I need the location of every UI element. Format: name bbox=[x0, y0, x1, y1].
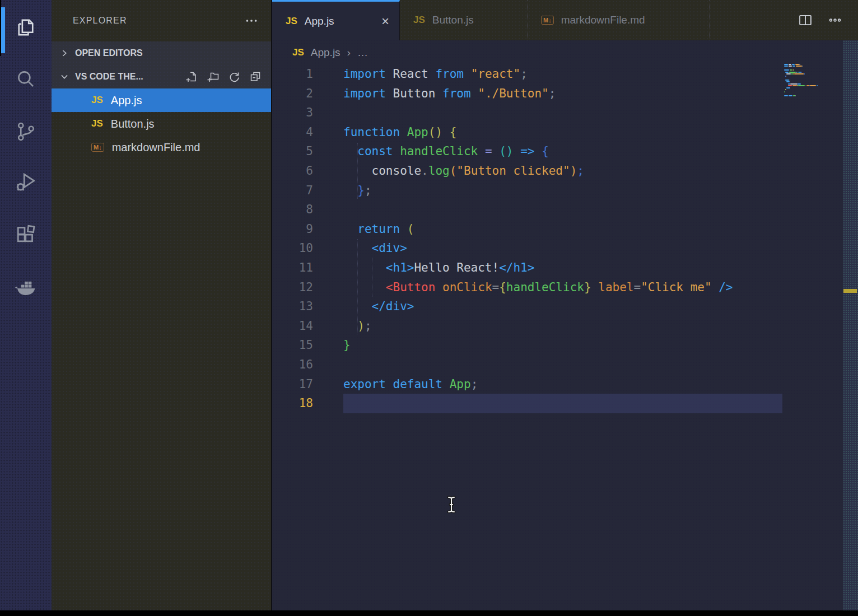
markdown-file-icon: M↓ bbox=[91, 143, 104, 152]
line-number: 8 bbox=[272, 200, 323, 220]
line-number: 5 bbox=[272, 142, 323, 161]
new-folder-icon[interactable] bbox=[206, 70, 220, 83]
breadcrumb-separator: › bbox=[347, 46, 351, 59]
files-icon bbox=[14, 16, 38, 41]
active-indicator bbox=[1, 7, 5, 53]
line-number: 3 bbox=[272, 103, 323, 123]
line-number: 12 bbox=[272, 278, 323, 297]
new-file-icon[interactable] bbox=[185, 70, 198, 83]
code-text bbox=[323, 203, 343, 216]
code-text: function App() { bbox=[323, 125, 456, 139]
search-icon bbox=[14, 67, 38, 93]
file-row-buttonjs[interactable]: JS Button.js bbox=[52, 112, 271, 136]
code-line[interactable]: 10 <div> bbox=[272, 239, 858, 258]
code-line[interactable]: 8 bbox=[272, 200, 858, 220]
code-line[interactable]: 3 bbox=[272, 103, 858, 123]
chevron-right-icon bbox=[58, 47, 71, 59]
file-name: markdownFile.md bbox=[112, 141, 200, 154]
js-file-icon: JS bbox=[286, 16, 297, 27]
file-name: Button.js bbox=[111, 118, 155, 130]
code-line[interactable]: 11 <h1>Hello React!</h1> bbox=[272, 258, 858, 278]
line-number: 14 bbox=[272, 316, 323, 336]
activity-item-extensions[interactable] bbox=[0, 211, 52, 262]
activity-item-explorer[interactable] bbox=[0, 3, 52, 54]
workspace-section[interactable]: VS CODE THE... bbox=[52, 65, 271, 88]
sidebar-more-actions-icon[interactable] bbox=[244, 13, 259, 28]
code-line[interactable]: 13 </div> bbox=[272, 297, 858, 316]
debug-icon bbox=[13, 170, 38, 197]
code-text bbox=[323, 106, 343, 119]
close-tab-icon[interactable]: × bbox=[359, 15, 389, 28]
code-text: import Button from "./Button"; bbox=[323, 87, 556, 100]
minimap[interactable] bbox=[784, 62, 833, 99]
code-text bbox=[323, 358, 343, 371]
editor-actions bbox=[798, 0, 858, 40]
breadcrumb-ellipsis[interactable]: … bbox=[357, 46, 368, 59]
refresh-icon[interactable] bbox=[227, 70, 241, 83]
line-number: 13 bbox=[272, 297, 323, 316]
split-editor-icon[interactable] bbox=[798, 12, 813, 28]
code-line[interactable]: 1import React from "react"; bbox=[272, 64, 858, 84]
window-bottom-edge bbox=[0, 610, 858, 616]
tab-label: Button.js bbox=[432, 14, 474, 26]
code-line[interactable]: 12 <Button onClick={handleClick} label="… bbox=[272, 278, 858, 297]
line-number: 10 bbox=[272, 239, 323, 258]
code-line[interactable]: 15} bbox=[272, 335, 858, 355]
line-number: 1 bbox=[272, 64, 323, 84]
code-text: ); bbox=[323, 319, 372, 333]
code-line[interactable]: 16 bbox=[272, 355, 858, 375]
code-line[interactable]: 2import Button from "./Button"; bbox=[272, 84, 858, 104]
activity-item-source-control[interactable] bbox=[0, 107, 52, 158]
code-line[interactable]: 18 bbox=[272, 394, 858, 413]
editor-group: JS App.js × JS Button.js M↓ markdownFile… bbox=[272, 0, 858, 610]
sidebar-header: EXPLORER bbox=[52, 0, 271, 41]
text-cursor-pointer bbox=[446, 495, 457, 516]
code-text: <Button onClick={handleClick} label="Cli… bbox=[323, 281, 733, 294]
line-number: 17 bbox=[272, 375, 323, 394]
breadcrumb-file[interactable]: App.js bbox=[311, 46, 341, 59]
js-file-icon: JS bbox=[292, 47, 304, 58]
code-line[interactable]: 17export default App; bbox=[272, 375, 858, 394]
collapse-all-icon[interactable] bbox=[249, 70, 262, 83]
code-text: const handleClick = () => { bbox=[323, 144, 549, 158]
line-number: 2 bbox=[272, 84, 323, 104]
file-row-markdown[interactable]: M↓ markdownFile.md bbox=[52, 136, 271, 159]
code-line[interactable]: 7 }; bbox=[272, 181, 858, 200]
tab-label: markdownFile.md bbox=[561, 14, 645, 26]
more-actions-icon[interactable] bbox=[828, 13, 842, 27]
code-line[interactable]: 5 const handleClick = () => { bbox=[272, 142, 858, 161]
js-file-icon: JS bbox=[91, 95, 103, 106]
code-text: </div> bbox=[323, 300, 414, 313]
line-number: 6 bbox=[272, 161, 323, 181]
vscode-window: EXPLORER OPEN EDITORS VS CODE THE... bbox=[0, 0, 858, 616]
activity-item-search[interactable] bbox=[0, 54, 52, 106]
breadcrumb[interactable]: JS App.js › … bbox=[272, 40, 858, 64]
code-line[interactable]: 6 console.log("Button clicked"); bbox=[272, 161, 858, 181]
line-number: 11 bbox=[272, 258, 323, 278]
open-editors-label: OPEN EDITORS bbox=[75, 48, 143, 58]
markdown-file-icon: M↓ bbox=[541, 16, 554, 25]
code-line[interactable]: 4function App() { bbox=[272, 123, 858, 142]
code-text: }; bbox=[323, 184, 372, 197]
open-editors-section[interactable]: OPEN EDITORS bbox=[52, 41, 271, 65]
file-row-appjs[interactable]: JS App.js bbox=[52, 88, 271, 112]
code-line[interactable]: 14 ); bbox=[272, 316, 858, 336]
line-number: 7 bbox=[272, 181, 323, 200]
code-editor[interactable]: 1import React from "react";2import Butto… bbox=[272, 64, 858, 610]
code-text: import React from "react"; bbox=[323, 67, 528, 81]
line-number: 18 bbox=[272, 394, 323, 413]
line-number: 15 bbox=[272, 335, 323, 355]
code-line[interactable]: 9 return ( bbox=[272, 220, 858, 239]
tab-appjs[interactable]: JS App.js × bbox=[272, 0, 400, 40]
code-text: <div> bbox=[323, 241, 407, 255]
code-text bbox=[323, 396, 343, 410]
explorer-sidebar: EXPLORER OPEN EDITORS VS CODE THE... bbox=[52, 0, 272, 610]
source-control-icon bbox=[14, 120, 38, 146]
activity-item-docker[interactable] bbox=[0, 262, 52, 314]
tab-buttonjs[interactable]: JS Button.js bbox=[400, 0, 528, 40]
activity-item-run-debug[interactable] bbox=[0, 157, 52, 209]
code-text: return ( bbox=[323, 222, 414, 236]
code-text: } bbox=[323, 338, 351, 352]
sidebar-title: EXPLORER bbox=[73, 16, 127, 26]
tab-markdown[interactable]: M↓ markdownFile.md bbox=[528, 0, 710, 40]
